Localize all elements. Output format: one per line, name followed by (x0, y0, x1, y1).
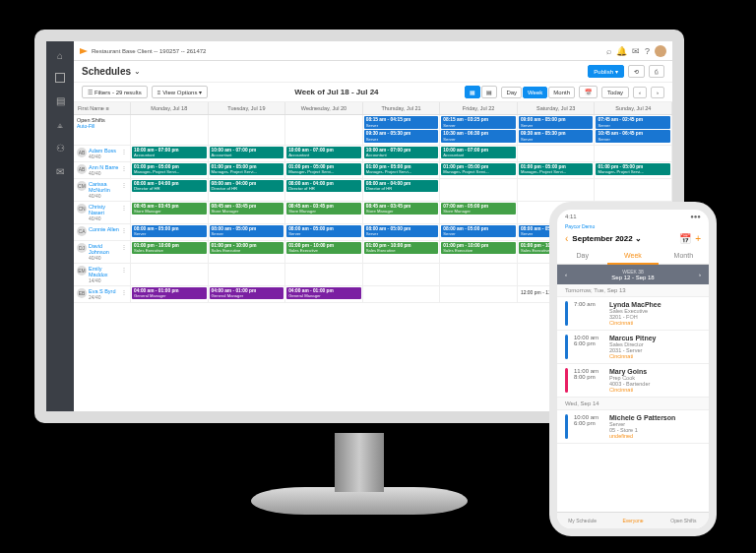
filters-button[interactable]: ☰ Filters - 29 results (82, 86, 148, 98)
view-options-button[interactable]: ≡ View Options ▾ (152, 86, 209, 98)
schedule-cell[interactable]: 01:00 pm - 05:00 pmManager- Project Serv… (440, 162, 518, 178)
add-icon[interactable]: + (695, 233, 701, 244)
week-tab[interactable]: Week (523, 87, 547, 98)
tab-month[interactable]: Month (659, 248, 709, 265)
print-button[interactable]: ⎙ (649, 65, 664, 78)
schedule-cell[interactable]: 10:00 am - 07:00 pmAccountant (285, 146, 363, 161)
date-picker-icon[interactable]: 📅 (579, 86, 598, 98)
nav-open-shifts[interactable]: Open Shifts (659, 513, 709, 528)
schedule-cell[interactable]: 08:15 am - 04:15 pmServer09:30 am - 05:3… (363, 115, 441, 145)
back-icon[interactable]: ‹ (565, 233, 568, 244)
schedule-cell[interactable]: 01:00 pm - 05:00 pmManager- Project Serv… (595, 162, 672, 178)
search-icon[interactable]: ⌕ (606, 46, 611, 56)
schedule-cell[interactable]: 01:00 pm - 10:00 pmSales Executive (363, 241, 441, 263)
tab-day[interactable]: Day (557, 248, 607, 265)
schedule-cell[interactable]: 08:00 am - 04:00 pmDirector of HR (363, 179, 441, 201)
refresh-button[interactable]: ⟲ (628, 65, 645, 78)
column-header[interactable]: Wednesday, Jul 20 (285, 102, 363, 114)
schedule-cell[interactable] (440, 286, 518, 302)
column-header[interactable]: Thursday, Jul 21 (363, 102, 441, 114)
employee-cell[interactable]: CMCarissa McNurlin40/40⋮ (74, 179, 131, 201)
employee-cell[interactable]: ABAdam Boss40/40⋮ (74, 146, 131, 161)
employee-cell[interactable]: EBEva S Byrd24/40⋮ (74, 286, 131, 302)
schedule-cell[interactable]: 08:00 am - 04:00 pmDirector of HR (131, 179, 209, 201)
month-tab[interactable]: Month (548, 87, 575, 98)
schedule-cell[interactable] (595, 179, 672, 201)
home-icon[interactable]: ⌂ (54, 49, 66, 61)
schedule-cell[interactable] (518, 146, 596, 161)
schedule-cell[interactable] (285, 115, 363, 145)
people-icon[interactable]: ⚇ (54, 142, 66, 154)
tab-week[interactable]: Week (607, 248, 658, 265)
schedule-cell[interactable] (440, 264, 518, 285)
publish-button[interactable]: Publish ▾ (588, 65, 624, 78)
shift-item[interactable]: 10:00 am6:00 pmMarcus PitneySales Direct… (557, 331, 709, 364)
schedule-cell[interactable]: 10:00 am - 07:00 pmAccountant (363, 146, 441, 161)
schedule-cell[interactable]: 08:45 am - 03:45 pmStore Manager (131, 202, 209, 223)
schedule-cell[interactable]: 01:00 pm - 05:00 pmManager- Project Serv… (131, 162, 209, 178)
help-icon[interactable]: ? (645, 46, 650, 56)
schedule-cell[interactable]: 08:00 am - 04:00 pmDirector of HR (285, 179, 363, 201)
column-header[interactable]: First Name ≡ (74, 102, 131, 114)
schedule-cell[interactable]: 08:15 am - 03:25 pmServer10:30 am - 06:3… (440, 115, 518, 145)
schedule-cell[interactable]: 01:00 pm - 10:00 pmSales Executive (131, 241, 209, 263)
shift-item[interactable]: 11:00 am8:00 pmMary GoinsPrep Cook4003 -… (557, 364, 709, 398)
message-icon[interactable]: ✉ (632, 46, 640, 56)
column-header[interactable]: Tuesday, Jul 19 (209, 102, 286, 114)
schedule-cell[interactable]: 08:00 am - 05:00 pmServer (440, 224, 518, 240)
schedule-cell[interactable] (285, 264, 363, 285)
next-button[interactable]: › (651, 87, 664, 98)
analytics-icon[interactable]: ⟁ (54, 118, 66, 130)
month-selector[interactable]: September 2022 ⌄ (572, 234, 675, 243)
schedule-cell[interactable] (595, 146, 672, 161)
schedule-cell[interactable]: 01:00 pm - 05:00 pmManager- Project Serv… (285, 162, 363, 178)
schedule-cell[interactable]: 08:45 am - 03:45 pmStore Manager (285, 202, 363, 223)
schedule-cell[interactable]: 07:45 am - 02:45 pmServer10:45 am - 06:4… (595, 115, 672, 145)
schedule-cell[interactable] (209, 115, 286, 145)
calendar-icon[interactable]: 📅 (679, 233, 691, 244)
schedule-cell[interactable] (440, 179, 518, 201)
employee-cell[interactable]: DJDavid Johnson40/40⋮ (74, 241, 131, 263)
schedule-cell[interactable]: 10:00 am - 07:00 pmAccountant (131, 146, 209, 161)
today-button[interactable]: Today (601, 87, 629, 98)
column-header[interactable]: Sunday, Jul 24 (595, 102, 672, 114)
schedule-cell[interactable]: 08:45 am - 03:45 pmStore Manager (209, 202, 286, 223)
schedule-cell[interactable] (363, 286, 441, 302)
shift-item[interactable]: 7:00 amLynda MacPheeSales Executive3201 … (557, 297, 709, 331)
chart-icon[interactable]: ▤ (54, 94, 66, 106)
column-header[interactable]: Friday, Jul 22 (440, 102, 518, 114)
list-view-icon[interactable]: ▤ (481, 86, 497, 98)
schedule-cell[interactable] (131, 115, 209, 145)
calendar-icon[interactable] (55, 73, 65, 83)
schedule-cell[interactable]: 04:00 am - 01:00 pmGeneral Manager (209, 286, 286, 302)
schedule-cell[interactable]: 07:00 am - 05:00 pmStore Manager (440, 202, 518, 223)
employee-cell[interactable]: ABAnn N Barre40/40⋮ (74, 162, 131, 178)
schedule-cell[interactable]: 08:00 am - 05:00 pmServer (285, 224, 363, 240)
schedule-cell[interactable]: 08:00 am - 04:00 pmDirector of HR (209, 179, 286, 201)
avatar[interactable] (655, 45, 666, 57)
schedule-cell[interactable]: 04:00 am - 01:00 pmGeneral Manager (131, 286, 209, 302)
bell-icon[interactable]: 🔔 (616, 46, 627, 56)
schedule-cell[interactable]: 08:00 am - 05:00 pmServer (131, 224, 209, 240)
employee-cell[interactable]: CAConnie Allen⋮ (74, 224, 131, 240)
nav-everyone[interactable]: Everyone (607, 513, 658, 528)
schedule-cell[interactable] (131, 264, 209, 285)
schedule-cell[interactable]: 01:00 pm - 10:00 pmSales Executive (285, 241, 363, 263)
schedule-cell[interactable] (209, 264, 286, 285)
nav-my-schedule[interactable]: My Schedule (557, 513, 607, 528)
day-tab[interactable]: Day (501, 87, 522, 98)
schedule-cell[interactable]: 08:00 am - 05:00 pmServer (209, 224, 286, 240)
schedule-cell[interactable]: 01:00 pm - 05:00 pmManager- Project Serv… (209, 162, 286, 178)
employee-cell[interactable]: CNChristy Naseri40/40⋮ (74, 202, 131, 223)
schedule-cell[interactable]: 10:00 am - 07:00 pmAccountant (440, 146, 518, 161)
column-header[interactable]: Monday, Jul 18 (131, 102, 209, 114)
schedule-cell[interactable] (363, 264, 441, 285)
grid-view-icon[interactable]: ▦ (465, 86, 480, 98)
schedule-cell[interactable]: 01:00 pm - 10:00 pmSales Executive (440, 241, 518, 263)
schedule-cell[interactable]: 08:45 am - 03:45 pmStore Manager (363, 202, 441, 223)
next-week-icon[interactable]: › (699, 272, 701, 277)
schedule-cell[interactable]: 04:00 am - 01:00 pmGeneral Manager (285, 286, 363, 302)
prev-button[interactable]: ‹ (633, 87, 647, 98)
schedule-cell[interactable]: 01:00 pm - 05:00 pmManager- Project Serv… (518, 162, 596, 178)
chevron-down-icon[interactable]: ⌄ (134, 67, 141, 76)
